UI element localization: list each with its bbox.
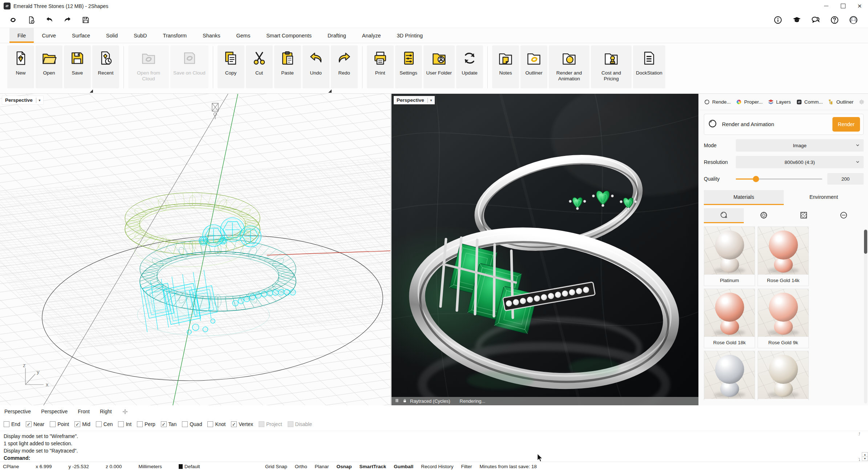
menu-tab-analyze[interactable]: Analyze <box>354 28 389 43</box>
menu-tab-solid[interactable]: Solid <box>98 28 126 43</box>
menu-tab-3d-printing[interactable]: 3D Printing <box>389 28 431 43</box>
menu-tab-subd[interactable]: SubD <box>126 28 155 43</box>
checkbox-project[interactable] <box>259 421 264 427</box>
material-swatch-rose-gold-18k[interactable]: Rose Gold 18k <box>704 289 755 348</box>
panel-tab-layers[interactable]: Layers <box>768 99 791 105</box>
undo-button[interactable] <box>44 15 54 25</box>
category-tab-gems[interactable] <box>744 208 784 222</box>
osnap-project[interactable]: Project <box>259 421 282 427</box>
checkbox-perp[interactable] <box>137 421 143 427</box>
ribbon-button-cut[interactable]: Cut <box>246 45 273 88</box>
checkbox-quad[interactable] <box>182 421 188 427</box>
category-tab-more[interactable] <box>824 208 864 222</box>
viewport-tab-right-3[interactable]: Right <box>100 409 112 414</box>
history-scrollbar[interactable]: ⤴⤵ <box>856 432 862 462</box>
status-default[interactable]: Default <box>179 464 200 469</box>
panel-tab-proper[interactable]: Proper... <box>736 99 763 105</box>
help-button[interactable] <box>830 15 840 25</box>
viewport-tab-perspective-0[interactable]: Perspective <box>4 409 31 414</box>
osnap-mid[interactable]: Mid <box>74 421 90 427</box>
material-swatch-silver[interactable]: Silver <box>704 351 755 400</box>
subtab-materials[interactable]: Materials <box>704 190 784 204</box>
command-history[interactable]: Display mode set to "Wireframe".1 spot l… <box>0 431 868 462</box>
info-button[interactable] <box>773 15 783 25</box>
menu-tab-curve[interactable]: Curve <box>34 28 64 43</box>
menu-tab-shanks[interactable]: Shanks <box>195 28 228 43</box>
minimize-button[interactable] <box>818 0 835 12</box>
recent-button[interactable] <box>26 15 36 25</box>
checkbox-mid[interactable] <box>74 421 80 427</box>
category-tab-metals[interactable] <box>704 208 744 222</box>
status-filter[interactable]: Filter <box>461 464 472 469</box>
viewport-tab-front-2[interactable]: Front <box>78 409 90 414</box>
add-viewport-button[interactable] <box>122 409 128 415</box>
osnap-cen[interactable]: Cen <box>96 421 113 427</box>
osnap-int[interactable]: Int <box>118 421 131 427</box>
panel-scrollbar-thumb[interactable] <box>864 230 867 254</box>
osnap-perp[interactable]: Perp <box>137 421 155 427</box>
ribbon-button-outliner[interactable]: Outliner <box>520 45 547 88</box>
panel-tab-comm[interactable]: Comm... <box>796 99 823 105</box>
checkbox-point[interactable] <box>50 421 56 427</box>
menu-tab-transform[interactable]: Transform <box>155 28 195 43</box>
checkbox-knot[interactable] <box>207 421 213 427</box>
status-record-history[interactable]: Record History <box>421 464 453 469</box>
viewport-label[interactable]: Perspective ▾ <box>2 96 43 104</box>
close-button[interactable]: ✕ <box>851 0 868 12</box>
osnap-disable[interactable]: Disable <box>288 421 312 427</box>
status-grid-snap[interactable]: Grid Snap <box>265 464 287 469</box>
ribbon-button-copy[interactable]: Copy <box>218 45 244 88</box>
status-planar[interactable]: Planar <box>315 464 329 469</box>
ribbon-button-update[interactable]: Update <box>456 45 483 88</box>
checkbox-tan[interactable] <box>161 421 167 427</box>
ribbon-button-save[interactable]: Save <box>64 45 91 88</box>
checkbox-int[interactable] <box>118 421 124 427</box>
status-x-6-999[interactable]: x 6.999 <box>36 464 52 469</box>
category-tab-textures[interactable] <box>784 208 824 222</box>
osnap-end[interactable]: End <box>4 421 20 427</box>
status-cplane[interactable]: CPlane <box>3 464 19 469</box>
ribbon-button-paste[interactable]: Paste <box>274 45 301 88</box>
chevron-down-icon[interactable]: ▾ <box>39 99 41 102</box>
viewport-perspective-raytraced[interactable]: Perspective ▾ Raytraced (Cycles) Renderi… <box>392 94 698 405</box>
menu-tab-smart-components[interactable]: Smart Components <box>258 28 320 43</box>
dropdown-arrow-icon[interactable] <box>328 89 332 93</box>
menu-tab-file[interactable]: File <box>9 28 34 43</box>
viewport-label[interactable]: Perspective ▾ <box>394 96 435 104</box>
feedback-button[interactable] <box>811 15 821 25</box>
ribbon-button-cost-and-pricing[interactable]: Cost and Pricing <box>591 45 632 88</box>
checkbox-vertex[interactable] <box>231 421 237 427</box>
osnap-tan[interactable]: Tan <box>161 421 177 427</box>
panel-tab-rende[interactable]: Rende... <box>704 99 731 105</box>
menu-tab-gems[interactable]: Gems <box>228 28 258 43</box>
menu-tab-drafting[interactable]: Drafting <box>320 28 354 43</box>
history-spinner[interactable]: ▲▼ <box>862 452 868 461</box>
viewport-perspective-wireframe[interactable]: Perspective ▾ zyx <box>0 94 392 405</box>
ribbon-button-undo[interactable]: Undo <box>303 45 329 88</box>
command-prompt[interactable]: Command: <box>4 454 868 462</box>
redo-button[interactable] <box>62 15 73 25</box>
subtab-environment[interactable]: Environment <box>784 190 864 204</box>
ribbon-button-render-and-animation[interactable]: Render and Animation <box>549 45 589 88</box>
checkbox-cen[interactable] <box>96 421 102 427</box>
resolution-select[interactable]: 800x600 (4:3) <box>736 156 864 168</box>
quality-slider[interactable] <box>736 176 822 182</box>
panel-scrollbar-track[interactable] <box>864 229 867 403</box>
ribbon-button-redo[interactable]: Redo <box>331 45 358 88</box>
app-menu-button[interactable] <box>8 15 18 25</box>
ribbon-button-settings[interactable]: Settings <box>395 45 422 88</box>
quality-value[interactable]: 200 <box>827 173 864 185</box>
checkbox-disable[interactable] <box>288 421 293 427</box>
status-y-25-532[interactable]: y -25.532 <box>69 464 89 469</box>
ribbon-button-recent[interactable]: Recent <box>92 45 119 88</box>
render-button[interactable]: Render <box>832 117 860 132</box>
status-smarttrack[interactable]: SmartTrack <box>360 464 386 469</box>
ribbon-button-dockstation[interactable]: DockStation <box>633 45 665 88</box>
material-swatch-rose-gold-14k[interactable]: Rose Gold 14k <box>758 226 809 286</box>
panel-settings-button[interactable] <box>859 99 865 105</box>
ribbon-button-notes[interactable]: Notes <box>492 45 519 88</box>
viewport-tab-perspective-1[interactable]: Perspective <box>41 409 68 414</box>
status-ortho[interactable]: Ortho <box>295 464 307 469</box>
learn-button[interactable] <box>792 15 802 25</box>
ribbon-button-user-folder[interactable]: User Folder <box>423 45 455 88</box>
